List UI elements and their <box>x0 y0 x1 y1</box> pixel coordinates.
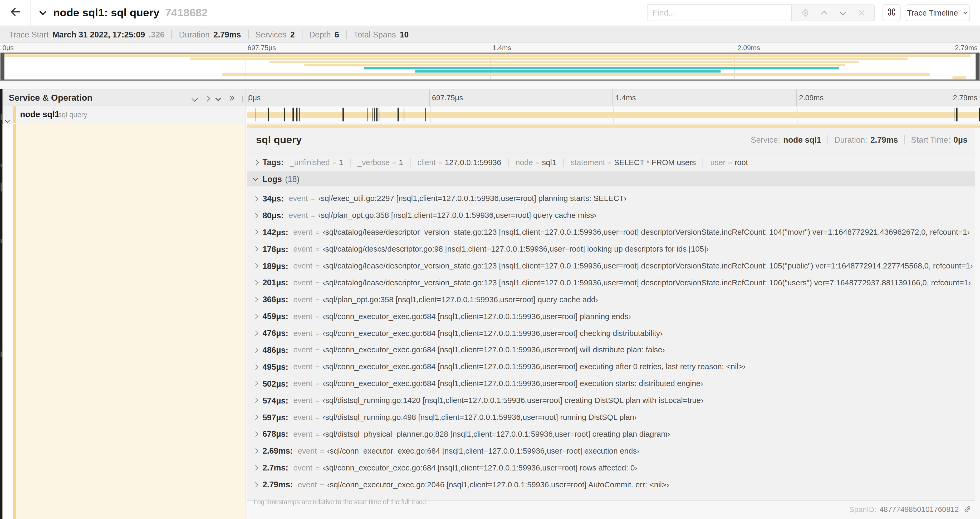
prev-result-button[interactable] <box>818 7 830 18</box>
spanid-row: SpanID: 4877749850101760812 <box>850 505 972 514</box>
tag-key: user <box>710 158 725 167</box>
log-event-value: ‹sql/conn_executor_exec.go:2046 [nsql1,c… <box>327 480 669 489</box>
expand-all-button[interactable] <box>226 94 235 102</box>
summary-divider <box>302 30 302 39</box>
log-row[interactable]: 2.79ms:event=‹sql/conn_executor_exec.go:… <box>250 476 975 493</box>
chevron-right-icon <box>253 348 258 352</box>
minimap-tick-labels: 0μs697.75μs1.4ms2.09ms2.79ms <box>0 43 980 53</box>
span-row-name-column: node sql1 sql query <box>0 106 246 123</box>
log-event-value: ‹sql/plan_opt.go:358 [nsql1,client=127.0… <box>323 295 598 304</box>
summary-value-suffix: .326 <box>149 30 165 39</box>
log-event-value: ‹sql/distsql_physical_planner.go:828 [ns… <box>323 430 670 439</box>
find-controls <box>792 5 875 21</box>
back-arrow-icon <box>9 11 22 21</box>
span-row[interactable]: node sql1 sql query <box>0 106 980 123</box>
back-button[interactable] <box>6 4 25 21</box>
log-event-key: event <box>293 363 312 371</box>
chevron-right-icon <box>253 280 258 285</box>
log-row[interactable]: 34μs:event=‹sql/exec_util.go:2297 [nsql1… <box>250 190 975 207</box>
log-timestamp: 201μs: <box>262 278 288 287</box>
log-tick <box>404 108 404 121</box>
minimap-right-scrubber[interactable] <box>975 53 979 80</box>
tags-row[interactable]: Tags: _unfinished=1_verbose=1client=127.… <box>247 153 975 171</box>
log-equals: = <box>316 245 320 252</box>
meta-divider <box>827 135 828 145</box>
log-row[interactable]: 459μs:event=‹sql/conn_executor_exec.go:6… <box>250 308 975 325</box>
tag-key: statement <box>571 158 605 167</box>
log-tick <box>374 108 375 121</box>
log-event-value: ‹sql/distsql_running.go:498 [nsql1,clien… <box>323 413 637 422</box>
log-row[interactable]: 486μs:event=‹sql/conn_executor_exec.go:6… <box>250 342 975 358</box>
expand-one-button[interactable] <box>202 94 212 102</box>
chevron-right-icon <box>253 381 258 386</box>
minimap-tick-label: 2.79ms <box>955 44 978 51</box>
detail-meta-value: 0μs <box>953 135 967 145</box>
tag-divider <box>410 158 410 167</box>
span-duration-bar[interactable] <box>247 112 980 118</box>
summary-divider <box>346 30 347 39</box>
log-row[interactable]: 678μs:event=‹sql/distsql_physical_planne… <box>250 426 975 442</box>
log-row[interactable]: 189μs:event=‹sql/catalog/lease/descripto… <box>250 257 975 274</box>
chevron-down-icon <box>253 176 258 180</box>
log-row[interactable]: 142μs:event=‹sql/catalog/lease/descripto… <box>250 224 975 241</box>
collapse-one-button[interactable] <box>189 94 199 102</box>
log-event-value: ‹sql/conn_executor_exec.go:684 [nsql1,cl… <box>323 329 663 338</box>
tag-key: _verbose <box>358 158 390 167</box>
close-icon <box>857 9 865 17</box>
minimap-tick-label: 1.4ms <box>492 44 511 51</box>
log-event-value: ‹sql/plan_opt.go:358 [nsql1,client=127.0… <box>318 211 597 220</box>
tag-value: sql1 <box>542 158 556 167</box>
log-row[interactable]: 80μs:event=‹sql/plan_opt.go:358 [nsql1,c… <box>250 207 975 224</box>
span-service-name: node sql1 <box>20 106 59 123</box>
logs-section-toggle[interactable]: Logs (18) <box>247 171 975 187</box>
clear-search-button[interactable] <box>856 7 867 18</box>
detail-meta: Service:node sql1Duration:2.79msStart Ti… <box>751 135 967 145</box>
trace-collapse-toggle[interactable] <box>37 8 48 20</box>
log-event-key: event <box>293 228 312 236</box>
log-row[interactable]: 2.69ms:event=‹sql/conn_executor_exec.go:… <box>250 442 975 459</box>
service-color-stripe <box>13 106 16 123</box>
next-result-button[interactable] <box>837 7 848 18</box>
page-title: node sql1: sql query7418682 <box>53 0 208 26</box>
chevron-up-icon <box>821 11 827 17</box>
log-equals: = <box>316 464 320 471</box>
chevron-down-icon <box>37 9 48 19</box>
trace-view-dropdown[interactable]: Trace Timeline <box>906 5 970 21</box>
log-tick <box>296 108 297 121</box>
log-event-key: event <box>298 480 317 489</box>
collapse-all-button[interactable] <box>213 94 223 102</box>
minimap-left-scrubber[interactable] <box>1 53 5 80</box>
span-collapse-toggle[interactable] <box>6 113 9 124</box>
log-event-key: event <box>293 295 312 304</box>
log-event-value: ‹sql/conn_executor_exec.go:684 [nsql1,cl… <box>323 463 638 472</box>
log-event-value: ‹sql/catalog/descs/descriptor.go:98 [nsq… <box>323 245 709 254</box>
log-row[interactable]: 2.7ms:event=‹sql/conn_executor_exec.go:6… <box>250 459 975 476</box>
log-row[interactable]: 366μs:event=‹sql/plan_opt.go:358 [nsql1,… <box>250 291 975 308</box>
locate-icon[interactable] <box>799 7 811 18</box>
link-icon[interactable] <box>963 505 972 514</box>
summary-label: Depth <box>309 30 331 39</box>
log-equals: = <box>316 430 320 438</box>
log-row[interactable]: 476μs:event=‹sql/conn_executor_exec.go:6… <box>250 325 975 342</box>
find-input[interactable] <box>647 5 792 21</box>
chevron-right-icon <box>204 95 210 101</box>
timeline-minimap[interactable] <box>0 53 980 81</box>
log-row[interactable]: 502μs:event=‹sql/conn_executor_exec.go:6… <box>250 375 975 392</box>
minimap-span-bar <box>364 67 839 70</box>
span-row-timeline[interactable] <box>247 106 980 123</box>
log-event-value: ‹sql/catalog/lease/descriptor_version_st… <box>323 228 970 236</box>
log-equals: = <box>311 212 315 219</box>
log-equals: = <box>316 296 320 303</box>
log-event-key: event <box>293 346 312 355</box>
trace-view-label: Trace Timeline <box>907 8 958 17</box>
log-row[interactable]: 201μs:event=‹sql/catalog/lease/descripto… <box>250 274 975 291</box>
log-row[interactable]: 176μs:event=‹sql/catalog/descs/descripto… <box>250 241 975 258</box>
log-row[interactable]: 495μs:event=‹sql/conn_executor_exec.go:6… <box>250 358 975 375</box>
log-row[interactable]: 597μs:event=‹sql/distsql_running.go:498 … <box>250 409 975 426</box>
log-row[interactable]: 574μs:event=‹sql/distsql_running.go:1420… <box>250 392 975 409</box>
log-tick <box>398 108 398 121</box>
keyboard-shortcuts-button[interactable]: ⌘ <box>883 5 901 21</box>
chevron-right-icon <box>253 196 258 201</box>
ruler-tick-label: 697.75μs <box>432 93 463 102</box>
log-tick <box>368 108 368 121</box>
